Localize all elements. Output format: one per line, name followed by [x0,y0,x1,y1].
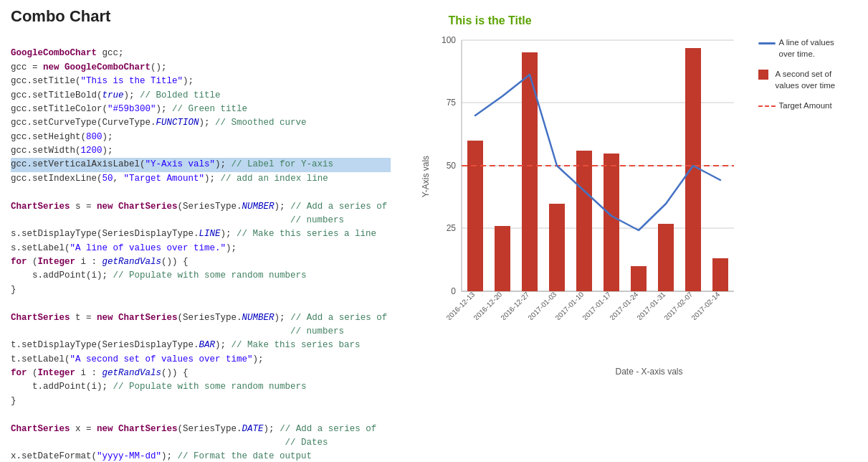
code-line: } [11,396,16,406]
code-line: GoogleComboChart gcc; [11,48,124,58]
svg-text:2017-01-10: 2017-01-10 [553,290,585,320]
x-tick-6: 2017-01-24 [608,290,639,320]
chart-title: This is the Title [420,14,836,27]
x-tick-9: 2017-02-14 [690,290,721,320]
code-line: t.setDisplayType(SeriesDisplayType.BAR);… [11,340,361,350]
svg-text:2016-12-13: 2016-12-13 [444,290,476,320]
code-line: ChartSeries x = new ChartSeries(SeriesTy… [11,424,376,434]
svg-text:2017-01-03: 2017-01-03 [526,290,558,320]
code-line: ChartSeries s = new ChartSeries(SeriesTy… [11,202,387,212]
legend-line-label: A line of values over time. [779,37,836,60]
x-tick-0: 2016-12-13 [444,290,476,320]
code-line: s.addPoint(i); // Populate with some ran… [11,270,307,280]
svg-text:2017-01-17: 2017-01-17 [581,290,612,320]
legend-item-dashed: Target Amount [758,100,836,111]
chart-area: Y-Axis vals 0 [420,33,836,363]
code-block: GoogleComboChart gcc; gcc = new GoogleCo… [11,33,391,462]
bar-1 [495,226,510,291]
bar-6 [631,266,647,291]
line-series [475,75,720,230]
chart-and-legend: 0 25 50 75 100 [433,33,836,363]
code-line: gcc.setTitle("This is the Title"); [11,76,194,86]
svg-text:2017-01-31: 2017-01-31 [635,290,667,320]
bar-5 [604,154,619,291]
svg-text:2016-12-20: 2016-12-20 [472,290,503,320]
svg-text:2017-02-14: 2017-02-14 [690,290,721,320]
code-line: for (Integer i : getRandVals()) { [11,257,189,267]
page-title: Combo Chart [11,7,391,26]
code-line: t.addPoint(i); // Populate with some ran… [11,382,307,392]
x-axis-label: Date - X-axis vals [420,367,836,377]
legend-dashed-icon [758,101,776,107]
code-line: gcc.setIndexLine(50, "Target Amount"); /… [11,174,328,184]
y-tick-0: 0 [451,286,456,296]
x-tick-2: 2016-12-27 [499,290,530,320]
x-tick-1: 2016-12-20 [472,290,503,320]
y-tick-50: 50 [446,161,456,171]
code-line: } [11,285,16,295]
y-tick-100: 100 [441,35,455,45]
y-tick-25: 25 [446,223,456,233]
code-line: gcc.setTitleColor("#59b300"); // Green t… [11,104,247,114]
svg-text:2017-02-07: 2017-02-07 [662,290,694,320]
bar-8 [685,48,701,291]
code-line: gcc.setHeight(800); [11,132,113,142]
chart-svg: 0 25 50 75 100 [433,33,741,320]
bar-9 [712,258,728,291]
chart-legend: A line of values over time. A second set… [750,33,836,363]
code-panel: Combo Chart GoogleComboChart gcc; gcc = … [11,7,398,462]
code-line: gcc.setWidth(1200); [11,146,113,156]
code-line: ChartSeries t = new ChartSeries(SeriesTy… [11,313,387,323]
legend-bar-icon [758,70,768,80]
code-line: x.setDateFormat("yyyy-MM-dd"); // Format… [11,451,312,461]
code-line: // numbers [11,326,344,336]
legend-bar-label: A second set of values over time [776,68,836,91]
legend-dashed-label: Target Amount [779,100,832,111]
y-axis-label-container: Y-Axis vals [420,40,433,313]
code-line: s.setLabel("A line of values over time."… [11,243,237,253]
y-tick-75: 75 [446,98,456,108]
code-line-highlight: gcc.setVerticalAxisLabel("Y-Axis vals");… [11,158,391,171]
code-line: // numbers [11,215,344,225]
svg-text:2016-12-27: 2016-12-27 [499,290,530,320]
x-tick-3: 2017-01-03 [526,290,558,320]
bar-0 [467,141,483,291]
bar-2 [522,52,538,291]
x-tick-4: 2017-01-10 [553,290,585,320]
x-tick-5: 2017-01-17 [581,290,612,320]
svg-text:2017-01-24: 2017-01-24 [608,290,639,320]
x-tick-8: 2017-02-07 [662,290,694,320]
code-line: gcc.setCurveType(CurveType.FUNCTION); //… [11,118,307,128]
code-line: for (Integer i : getRandVals()) { [11,368,189,378]
bar-4 [576,151,592,291]
x-tick-7: 2017-01-31 [635,290,667,320]
legend-item-bar: A second set of values over time [758,68,836,91]
bar-7 [658,224,674,291]
legend-item-line: A line of values over time. [758,37,836,60]
chart-svg-container: 0 25 50 75 100 [433,33,750,363]
code-line: // Dates [11,438,328,448]
code-line: s.setDisplayType(SeriesDisplayType.LINE)… [11,229,376,239]
bar-3 [549,204,565,291]
y-axis-label: Y-Axis vals [421,156,431,197]
code-line: gcc.setTitleBold(true); // Bolded title [11,90,221,100]
chart-panel: This is the Title Y-Axis vals [398,7,857,462]
code-line: t.setLabel("A second set of values over … [11,354,264,364]
code-line: gcc = new GoogleComboChart(); [11,62,167,72]
legend-line-icon [758,38,776,44]
chart-container: This is the Title Y-Axis vals [420,14,836,387]
